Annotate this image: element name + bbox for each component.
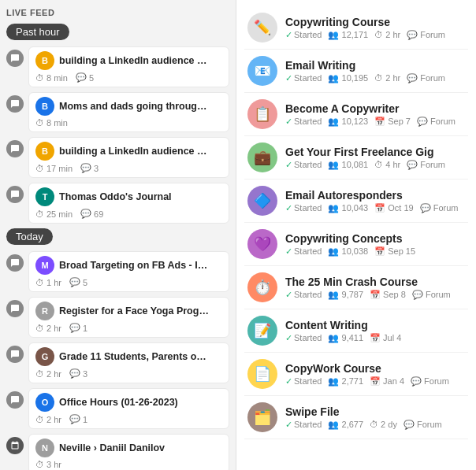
comment-meta: 💬 3 <box>69 368 87 379</box>
course-item[interactable]: ⏱️The 25 Min Crash Course✓ Started👥 9,78… <box>244 266 468 309</box>
course-meta: ✓ Started👥 10,043📅 Oct 19💬 Forum <box>285 203 465 213</box>
feed-item: NNeville › Daniil Danilov⏱ 3 hr <box>6 434 229 470</box>
course-forum: 💬 Forum <box>411 376 449 387</box>
course-meta: ✓ Started👥 9,411📅 Jul 4 <box>285 333 465 343</box>
feed-item: MBroad Targeting on FB Ads - Indi...⏱ 1 … <box>6 251 229 292</box>
course-thumbnail: 💜 <box>247 229 277 259</box>
course-date: 📅 Jul 4 <box>370 333 401 343</box>
course-status: ✓ Started <box>285 117 322 127</box>
course-title: CopyWork Course <box>285 362 465 375</box>
comment-meta: 💬 5 <box>76 72 94 83</box>
course-duration: ⏱ 4 hr <box>374 160 400 169</box>
course-meta: ✓ Started👥 10,123📅 Sep 7💬 Forum <box>285 117 465 127</box>
course-title: Email Autoresponders <box>285 189 465 202</box>
feed-card[interactable]: RRegister for a Face Yoga Progra...⏱ 2 h… <box>28 297 229 338</box>
course-forum: 💬 Forum <box>407 30 445 40</box>
time-meta: ⏱ 25 min <box>35 209 73 219</box>
course-date: 📅 Oct 19 <box>374 203 413 213</box>
course-thumbnail: ✏️ <box>247 13 277 43</box>
feed-card[interactable]: Bbuilding a LinkedIn audience fro...⏱ 8 … <box>28 46 229 87</box>
feed-card[interactable]: OOffice Hours (01-26-2023)⏱ 2 hr💬 1 <box>28 388 229 429</box>
comment-meta: 💬 69 <box>80 209 103 219</box>
feed-card-title: Moms and dads going through ... <box>59 101 209 112</box>
right-panel: ✏️Copywriting Course✓ Started👥 12,171⏱ 2… <box>236 0 476 470</box>
time-meta: ⏱ 2 hr <box>35 415 61 424</box>
course-students: 👥 9,787 <box>328 290 363 300</box>
time-meta: ⏱ 8 min <box>35 118 68 128</box>
course-status: ✓ Started <box>285 160 322 170</box>
course-title: Become A Copywriter <box>285 102 465 115</box>
course-students: 👥 9,411 <box>328 333 363 343</box>
course-meta: ✓ Started👥 10,195⏱ 2 hr💬 Forum <box>285 73 465 83</box>
feed-card-title: building a LinkedIn audience fro... <box>59 146 209 157</box>
course-status: ✓ Started <box>285 30 322 40</box>
course-meta: ✓ Started👥 2,677⏱ 2 dy💬 Forum <box>285 420 465 430</box>
course-list: ✏️Copywriting Course✓ Started👥 12,171⏱ 2… <box>244 6 468 439</box>
course-status: ✓ Started <box>285 203 322 213</box>
period-badge-0: Past hour <box>6 24 69 40</box>
course-info: The 25 Min Crash Course✓ Started👥 9,787📅… <box>285 276 465 300</box>
course-students: 👥 10,195 <box>328 73 368 83</box>
course-students: 👥 10,038 <box>328 246 368 257</box>
course-status: ✓ Started <box>285 420 322 430</box>
course-thumbnail: ⏱️ <box>247 272 277 302</box>
time-meta: ⏱ 2 hr <box>35 324 61 333</box>
feed-card[interactable]: MBroad Targeting on FB Ads - Indi...⏱ 1 … <box>28 251 229 292</box>
course-item[interactable]: 💼Get Your First Freelance Gig✓ Started👥 … <box>244 136 468 179</box>
course-students: 👥 2,677 <box>328 420 363 430</box>
course-title: Swipe File <box>285 405 465 418</box>
chat-icon <box>6 140 24 157</box>
chat-icon <box>6 300 24 317</box>
course-date: 📅 Sep 8 <box>370 290 406 300</box>
feed-item: Bbuilding a LinkedIn audience fro...⏱ 17… <box>6 137 229 178</box>
time-meta: ⏱ 3 hr <box>35 460 61 469</box>
course-item[interactable]: ✏️Copywriting Course✓ Started👥 12,171⏱ 2… <box>244 6 468 50</box>
course-forum: 💬 Forum <box>407 160 445 170</box>
feed-card[interactable]: Bbuilding a LinkedIn audience fro...⏱ 17… <box>28 137 229 178</box>
feed-card-title: Thomas Oddo's Journal <box>59 191 172 202</box>
chat-icon <box>6 346 24 363</box>
course-forum: 💬 Forum <box>420 203 459 213</box>
course-status: ✓ Started <box>285 333 322 343</box>
chat-icon <box>6 50 24 67</box>
comment-meta: 💬 3 <box>80 163 99 173</box>
course-info: Swipe File✓ Started👥 2,677⏱ 2 dy💬 Forum <box>285 405 465 430</box>
feed-item: RRegister for a Face Yoga Progra...⏱ 2 h… <box>6 297 229 338</box>
avatar: G <box>35 347 54 366</box>
time-meta: ⏱ 2 hr <box>35 369 61 379</box>
avatar: O <box>35 393 54 412</box>
comment-meta: 💬 1 <box>69 414 87 424</box>
course-forum: 💬 Forum <box>403 420 442 430</box>
course-item[interactable]: 📧Email Writing✓ Started👥 10,195⏱ 2 hr💬 F… <box>244 50 468 93</box>
course-info: Copywriting Concepts✓ Started👥 10,038📅 S… <box>285 232 465 257</box>
chat-icon <box>6 186 24 203</box>
feed-card[interactable]: GGrade 11 Students, Parents of st...⏱ 2 … <box>28 342 229 383</box>
course-item[interactable]: 🗂️Swipe File✓ Started👥 2,677⏱ 2 dy💬 Foru… <box>244 396 468 439</box>
course-status: ✓ Started <box>285 376 322 387</box>
course-date: 📅 Sep 7 <box>374 117 411 127</box>
course-thumbnail: 🔷 <box>247 186 277 216</box>
course-item[interactable]: 🔷Email Autoresponders✓ Started👥 10,043📅 … <box>244 179 468 223</box>
course-thumbnail: 📧 <box>247 56 277 86</box>
course-date: 📅 Sep 15 <box>374 246 415 257</box>
course-forum: 💬 Forum <box>417 117 456 127</box>
course-item[interactable]: 💜Copywriting Concepts✓ Started👥 10,038📅 … <box>244 223 468 266</box>
avatar: N <box>35 439 54 457</box>
course-item[interactable]: 📄CopyWork Course✓ Started👥 2,771📅 Jan 4💬… <box>244 353 468 396</box>
course-title: Copywriting Course <box>285 16 465 28</box>
course-item[interactable]: 📝Content Writing✓ Started👥 9,411📅 Jul 4 <box>244 309 468 353</box>
feed-card-title: Register for a Face Yoga Progra... <box>59 305 209 316</box>
avatar: B <box>35 97 54 116</box>
course-title: The 25 Min Crash Course <box>285 276 465 288</box>
course-students: 👥 2,771 <box>328 376 363 387</box>
course-meta: ✓ Started👥 10,038📅 Sep 15 <box>285 246 465 257</box>
course-thumbnail: 📋 <box>247 99 277 129</box>
course-thumbnail: 💼 <box>247 142 277 172</box>
course-item[interactable]: 📋Become A Copywriter✓ Started👥 10,123📅 S… <box>244 93 468 136</box>
course-title: Copywriting Concepts <box>285 232 465 245</box>
course-info: Email Autoresponders✓ Started👥 10,043📅 O… <box>285 189 465 213</box>
feed-card[interactable]: TThomas Oddo's Journal⏱ 25 min💬 69 <box>28 183 229 224</box>
feed-card[interactable]: BMoms and dads going through ...⏱ 8 min <box>28 92 229 132</box>
course-status: ✓ Started <box>285 290 322 300</box>
feed-card[interactable]: NNeville › Daniil Danilov⏱ 3 hr <box>28 434 229 470</box>
